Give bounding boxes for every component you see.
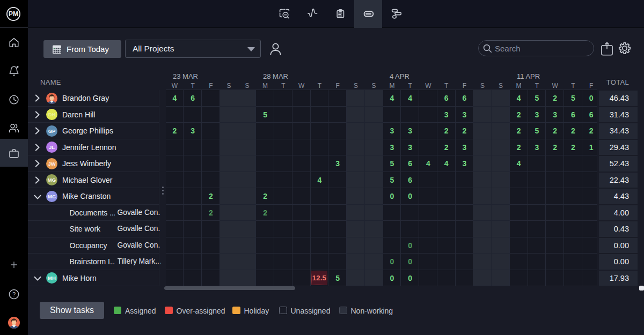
svg-text:?: ? bbox=[12, 291, 16, 297]
svg-text:PM: PM bbox=[9, 10, 18, 18]
